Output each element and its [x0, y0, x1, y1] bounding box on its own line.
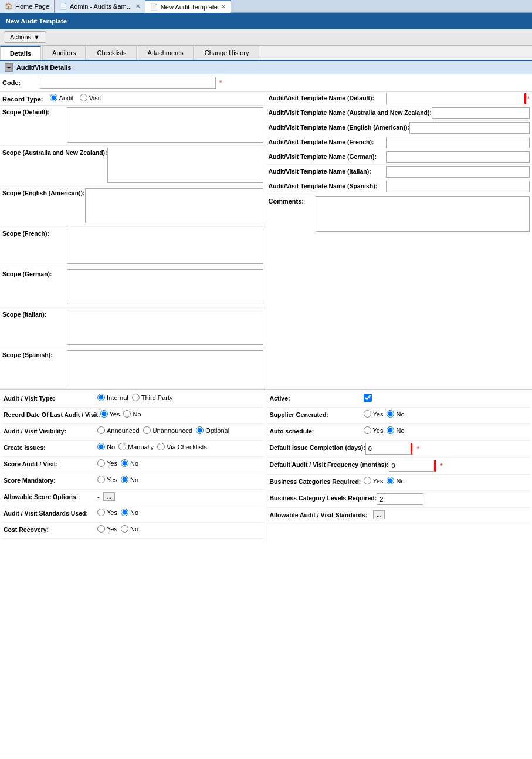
- visibility-optional-label: Optional: [205, 427, 229, 434]
- record-date-no[interactable]: No: [123, 410, 141, 418]
- audit-visibility-row: Audit / Visit Visibility: Announced Unan…: [1, 424, 265, 441]
- scope-english-textarea[interactable]: [85, 188, 263, 223]
- audit-type-third-party-radio[interactable]: [132, 394, 140, 401]
- tab-home[interactable]: 🏠 Home Page: [0, 0, 55, 13]
- audit-standards-no[interactable]: No: [121, 509, 138, 516]
- record-date-yes-radio[interactable]: [100, 410, 108, 418]
- allowable-score-ellipsis[interactable]: ...: [103, 492, 115, 501]
- biz-cat-no[interactable]: No: [387, 477, 404, 484]
- active-checkbox[interactable]: [364, 394, 372, 402]
- tab-new-audit[interactable]: 📄 New Audit Template ✕: [145, 0, 231, 13]
- audit-type-internal-radio[interactable]: [97, 394, 105, 401]
- visibility-announced-radio[interactable]: [97, 426, 105, 434]
- actions-label: Actions: [10, 33, 31, 40]
- scope-italian-textarea[interactable]: [67, 310, 263, 345]
- score-audit-no-radio[interactable]: [121, 459, 128, 467]
- score-mandatory-yes-radio[interactable]: [97, 476, 105, 483]
- template-italian-input[interactable]: [386, 166, 530, 178]
- score-mandatory-no[interactable]: No: [121, 476, 138, 483]
- record-type-visit-radio[interactable]: [80, 94, 87, 101]
- audit-standards-yes-radio[interactable]: [97, 509, 105, 516]
- cost-recovery-no-radio[interactable]: [121, 525, 128, 533]
- biz-cat-yes-radio[interactable]: [364, 477, 371, 484]
- auto-schedule-yes[interactable]: Yes: [364, 426, 384, 434]
- admin-icon: 📄: [59, 2, 67, 10]
- record-date-no-radio[interactable]: [123, 410, 131, 418]
- create-issues-via-checklists[interactable]: Via Checklists: [157, 443, 207, 450]
- score-mandatory-yes[interactable]: Yes: [97, 476, 117, 483]
- supplier-yes[interactable]: Yes: [364, 410, 384, 418]
- tab-admin[interactable]: 📄 Admin - Audits &am... ✕: [55, 0, 145, 13]
- default-issue-completion-input[interactable]: [365, 443, 412, 455]
- cost-recovery-yes-radio[interactable]: [97, 525, 105, 533]
- template-aus-nz-input[interactable]: [432, 107, 530, 119]
- scope-default-row: Scope (Default):: [0, 106, 266, 146]
- cost-recovery-yes[interactable]: Yes: [97, 525, 117, 533]
- create-issues-manually-radio[interactable]: [118, 443, 126, 450]
- scope-aus-nz-textarea[interactable]: [107, 148, 263, 183]
- scope-english-row: Scope (English (American)):: [0, 187, 266, 227]
- tab-new-audit-close[interactable]: ✕: [221, 4, 226, 10]
- biz-cat-yes[interactable]: Yes: [364, 477, 384, 484]
- auto-schedule-no-radio[interactable]: [387, 426, 394, 434]
- supplier-no-radio[interactable]: [387, 410, 394, 418]
- tab-change-history[interactable]: Change History: [195, 46, 259, 60]
- supplier-yes-radio[interactable]: [364, 410, 371, 418]
- tab-attachments[interactable]: Attachments: [138, 46, 194, 60]
- biz-cat-yes-label: Yes: [373, 477, 384, 484]
- audit-standards-yes[interactable]: Yes: [97, 509, 117, 516]
- visibility-unannounced-radio[interactable]: [143, 426, 151, 434]
- record-type-visit[interactable]: Visit: [80, 94, 101, 101]
- template-default-required: *: [527, 95, 530, 102]
- collapse-button[interactable]: –: [5, 63, 13, 72]
- create-issues-no-radio[interactable]: [97, 443, 105, 450]
- bottom-right: Active: Supplier Generated: Yes No Auto …: [266, 390, 533, 540]
- allowable-audit-standards-ellipsis[interactable]: ...: [373, 510, 385, 519]
- record-date-yes[interactable]: Yes: [100, 410, 120, 418]
- score-audit-yes[interactable]: Yes: [97, 459, 117, 467]
- biz-cat-no-radio[interactable]: [387, 477, 394, 484]
- template-french-input[interactable]: [386, 137, 530, 148]
- biz-category-levels-input[interactable]: [377, 493, 423, 505]
- auto-schedule-no[interactable]: No: [387, 426, 404, 434]
- record-type-audit[interactable]: Audit: [50, 94, 74, 101]
- actions-button[interactable]: Actions ▼: [4, 31, 46, 43]
- template-english-input[interactable]: [409, 122, 530, 134]
- allowable-audit-standards-dash: -: [367, 511, 370, 519]
- tab-checklists[interactable]: Checklists: [87, 46, 136, 60]
- visibility-optional[interactable]: Optional: [196, 426, 229, 434]
- audit-type-third-party[interactable]: Third Party: [132, 394, 173, 401]
- scope-default-textarea[interactable]: [67, 107, 263, 143]
- create-issues-no[interactable]: No: [97, 443, 115, 450]
- score-audit-no[interactable]: No: [121, 459, 138, 467]
- record-type-audit-radio[interactable]: [50, 94, 57, 101]
- tab-details[interactable]: Details: [0, 46, 41, 60]
- visibility-announced[interactable]: Announced: [97, 426, 140, 434]
- template-default-input[interactable]: [386, 93, 526, 104]
- record-type-radio-group: Audit Visit: [50, 94, 101, 101]
- supplier-no[interactable]: No: [387, 410, 404, 418]
- scope-french-textarea[interactable]: [67, 229, 263, 264]
- create-issues-via-checklists-radio[interactable]: [157, 443, 165, 450]
- score-audit-yes-radio[interactable]: [97, 459, 105, 467]
- template-spanish-input[interactable]: [386, 181, 530, 192]
- default-frequency-input[interactable]: [389, 460, 436, 472]
- scope-german-textarea[interactable]: [67, 269, 263, 304]
- score-mandatory-no-radio[interactable]: [121, 476, 128, 483]
- comments-textarea[interactable]: [316, 196, 530, 232]
- scope-spanish-textarea[interactable]: [67, 350, 263, 385]
- code-input[interactable]: [40, 77, 216, 89]
- template-aus-nz-row: Audit/Visit Template Name (Australia and…: [266, 106, 533, 121]
- visibility-optional-radio[interactable]: [196, 426, 204, 434]
- audit-type-internal[interactable]: Internal: [97, 394, 128, 401]
- tab-auditors[interactable]: Auditors: [42, 46, 86, 60]
- audit-standards-no-radio[interactable]: [121, 509, 128, 516]
- auto-schedule-yes-radio[interactable]: [364, 426, 371, 434]
- tab-admin-close[interactable]: ✕: [135, 3, 140, 9]
- create-issues-manually[interactable]: Manually: [118, 443, 154, 450]
- cost-recovery-no[interactable]: No: [121, 525, 138, 533]
- new-audit-icon: 📄: [150, 3, 158, 11]
- visibility-unannounced[interactable]: Unannounced: [143, 426, 193, 434]
- template-german-input[interactable]: [386, 151, 530, 163]
- scope-italian-label: Scope (Italian):: [2, 310, 67, 346]
